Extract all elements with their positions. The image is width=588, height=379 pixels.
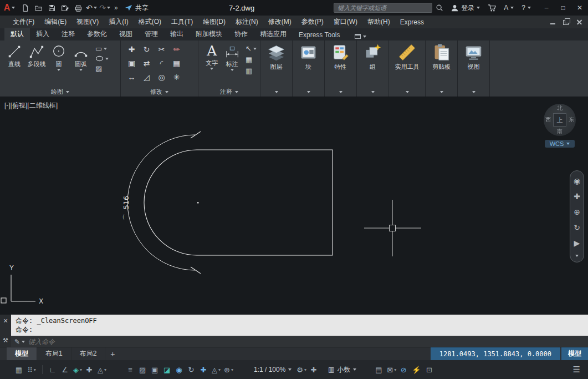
viewcube-compass[interactable]: 北 南 西 东 上 — [544, 104, 576, 136]
menu-item[interactable]: 修改(M) — [263, 16, 296, 28]
pan-tool-icon[interactable]: ✚ — [574, 193, 580, 200]
workspace-switching[interactable]: ⚙▾ — [295, 363, 308, 376]
command-prompt-button[interactable]: ✎ — [14, 338, 25, 346]
graphics-performance-toggle[interactable]: ⚡ — [411, 363, 423, 376]
erase-tool[interactable]: ✏ — [173, 45, 180, 54]
layout-tab[interactable]: 布局1 — [37, 347, 71, 360]
command-tools-icon[interactable]: ⚒ — [3, 337, 8, 344]
transparency-toggle[interactable]: ▨ — [137, 363, 149, 376]
doc-close-button[interactable] — [576, 19, 584, 26]
arc-dimension[interactable] — [127, 132, 201, 274]
line-button[interactable]: 直线 — [3, 43, 25, 87]
ribbon-tab[interactable]: 参数化 — [81, 28, 113, 41]
ribbon-tab[interactable]: 精选应用 — [254, 28, 293, 41]
menu-item[interactable]: 标注(N) — [231, 16, 263, 28]
menu-item[interactable]: 格式(O) — [134, 16, 166, 28]
drawing-area[interactable]: [-][俯视][二维线框] 516 ⌒ — [0, 97, 588, 315]
coordinates-display[interactable]: 1281.0493, 1351.8843, 0.0000 — [431, 347, 560, 360]
osnap-tracking-toggle[interactable]: ✚ — [84, 363, 95, 376]
modify-panel-title[interactable]: 修改 — [121, 87, 198, 97]
menu-item[interactable]: 插入(I) — [104, 16, 133, 28]
block-panel-expander[interactable] — [293, 87, 324, 97]
layout-tab[interactable]: 布局2 — [71, 347, 106, 360]
object-snap-toggle[interactable]: ◬▾ — [96, 363, 108, 376]
sign-in-button[interactable]: 登录 — [447, 3, 484, 13]
ribbon-tab[interactable]: 注释 — [55, 28, 81, 41]
ribbon-tab[interactable]: Express Tools — [293, 29, 346, 41]
ribbon-tab[interactable]: 附加模块 — [190, 28, 228, 41]
explode-tool[interactable]: ✳ — [173, 73, 180, 82]
ribbon-tab[interactable]: 视图 — [113, 28, 139, 41]
viewport-controls[interactable]: [-][俯视][二维线框] — [4, 101, 58, 110]
snap-mode-toggle[interactable]: ⠿▾ — [26, 363, 37, 376]
menu-item[interactable]: 帮助(H) — [362, 16, 395, 28]
clean-screen-toggle[interactable]: ⊡ — [425, 363, 436, 376]
menu-item[interactable]: 工具(T) — [166, 16, 198, 28]
lineweight-toggle[interactable]: ≡ — [125, 363, 136, 376]
viewcube[interactable]: 北 南 西 东 上 WCS — [541, 104, 578, 148]
ribbon-tab[interactable]: 管理 — [139, 28, 164, 41]
menu-item[interactable]: 窗口(W) — [329, 16, 362, 28]
move-tool[interactable]: ✚ — [129, 45, 135, 54]
ribbon-tab[interactable]: 输出 — [164, 28, 190, 41]
new-layout-button[interactable]: + — [105, 347, 120, 360]
command-close-icon[interactable]: ✕ — [3, 317, 8, 325]
draw-panel-title[interactable]: 绘图 — [0, 87, 120, 97]
polyline-button[interactable]: 多段线 — [25, 43, 48, 87]
annotate-panel-title[interactable]: 注释 — [198, 87, 260, 97]
autoscale-toggle[interactable]: ↻ — [186, 363, 197, 376]
compass-north-label[interactable]: 北 — [557, 104, 563, 112]
layout-tab[interactable]: 模型 — [7, 347, 37, 360]
redo-button[interactable]: ↷ — [99, 2, 111, 14]
gizmo-toggle[interactable]: ⊕▾ — [223, 363, 234, 376]
group-panel-expander[interactable] — [357, 87, 388, 97]
compass-south-label[interactable]: 南 — [557, 128, 563, 135]
ribbon-tab[interactable]: 默认 — [4, 28, 30, 41]
copy-tool[interactable]: ▣ — [128, 59, 135, 68]
leader-button[interactable]: ↖ — [246, 44, 257, 53]
autodesk-account-button[interactable]: A — [500, 4, 518, 12]
doc-restore-button[interactable] — [563, 19, 570, 26]
ellipse-button[interactable] — [95, 55, 109, 62]
app-store-button[interactable] — [484, 4, 500, 12]
view-button[interactable]: 视图 — [458, 41, 489, 87]
save-as-button[interactable] — [59, 2, 71, 14]
minimize-button[interactable]: – — [538, 0, 555, 16]
quick-properties-toggle[interactable]: ▤ — [374, 363, 385, 376]
scale-tool[interactable]: ◿ — [144, 73, 150, 82]
clipboard-panel-expander[interactable] — [426, 87, 457, 97]
trim-tool[interactable]: ✂ — [158, 45, 165, 54]
search-icon[interactable] — [436, 4, 443, 12]
layers-button[interactable]: 图层 — [260, 41, 292, 87]
hatch-button[interactable]: ▨ — [95, 64, 109, 73]
menu-item[interactable]: 编辑(E) — [39, 16, 71, 28]
isometric-drafting-toggle[interactable]: ◈▾ — [72, 363, 83, 376]
properties-button[interactable]: 特性 — [325, 41, 356, 87]
customization-button[interactable]: ☰ — [570, 365, 584, 375]
new-file-button[interactable] — [19, 2, 31, 14]
menu-item[interactable]: 参数(P) — [296, 16, 329, 28]
doc-minimize-button[interactable] — [549, 19, 557, 26]
utilities-panel-expander[interactable] — [389, 87, 425, 97]
arc-button[interactable]: 圆弧 — [70, 43, 92, 87]
drawing-shape[interactable] — [144, 150, 333, 255]
mirror-tool[interactable]: ⇄ — [144, 59, 150, 68]
showmotion-tool-icon[interactable]: ▶ — [574, 239, 580, 247]
menu-item[interactable]: 绘图(D) — [198, 16, 231, 28]
help-button[interactable]: ? — [518, 4, 535, 12]
dynamic-ucs-toggle[interactable]: ◪ — [162, 363, 173, 376]
units-button[interactable]: ▥ 小数 — [325, 365, 360, 375]
lock-ui-toggle[interactable]: ⊠▾ — [386, 363, 397, 376]
utilities-button[interactable]: 实用工具 — [389, 41, 425, 87]
ribbon-tab[interactable]: 插入 — [30, 28, 55, 41]
annotation-monitor-toggle[interactable]: ✚ — [309, 363, 320, 376]
menu-item[interactable]: 视图(V) — [71, 16, 104, 28]
model-space-badge[interactable]: 模型 — [561, 347, 588, 360]
view-panel-expander[interactable] — [458, 87, 489, 97]
dimension-text[interactable]: 516 — [122, 196, 130, 210]
command-input[interactable] — [28, 338, 585, 346]
stretch-tool[interactable]: ↔ — [128, 73, 136, 82]
orbit-tool-icon[interactable]: ↻ — [574, 224, 580, 231]
layers-panel-expander[interactable] — [260, 87, 292, 97]
zoom-tool-icon[interactable]: ⊕ — [574, 208, 580, 216]
